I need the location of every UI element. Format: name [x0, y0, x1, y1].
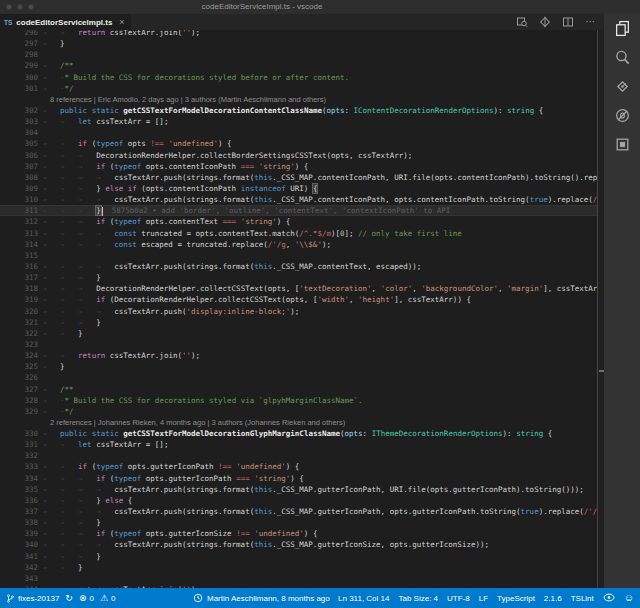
sync-button[interactable]: ↻ — [65, 594, 73, 603]
editor-scrollbar[interactable] — [597, 30, 604, 588]
code-row[interactable]: 336→→→} else { — [0, 495, 597, 506]
sidebar-item-extensions[interactable] — [604, 130, 640, 159]
code-row[interactable]: 335→→→→cssTextArr.push(strings.format(th… — [0, 484, 597, 495]
eol-button[interactable]: LF — [479, 594, 488, 603]
code-text: →→if (typeof opts.gutterIconPath !== 'un… — [42, 461, 299, 472]
code-row[interactable]: 341→→→} — [0, 551, 597, 562]
sidebar-item-explorer[interactable] — [604, 14, 640, 43]
code-row[interactable]: 326 — [0, 372, 597, 383]
typescript-version-button[interactable]: 2.1.6 — [544, 594, 562, 603]
code-row[interactable]: 305→→if (typeof opts !== 'undefined') { — [0, 138, 597, 149]
code-row[interactable]: 325→} — [0, 361, 597, 372]
code-row[interactable]: 316→→→→cssTextArr.push(strings.format(th… — [0, 261, 597, 272]
code-row[interactable]: 297→} — [0, 38, 597, 49]
code-text: →→} — [42, 328, 83, 339]
whitespace-tab-arrow: → — [78, 194, 96, 205]
code-row[interactable]: 308→→→→cssTextArr.push(strings.format(th… — [0, 172, 597, 183]
code-row[interactable]: 302→public static getCSSTextForModelDeco… — [0, 105, 597, 116]
code-row[interactable]: 296→→return cssTextArr.join(''); — [0, 30, 597, 38]
code-row[interactable]: 319→→→if (DecorationRenderHelper.collect… — [0, 294, 597, 305]
code-row[interactable]: 337→→→→cssTextArr.push(strings.format(th… — [0, 506, 597, 517]
code-row[interactable]: 331→→let cssTextArr = []; — [0, 439, 597, 450]
tslint-button[interactable]: TSLint — [571, 594, 594, 603]
code-row[interactable]: 330→public static getCSSTextForModelDeco… — [0, 428, 597, 439]
code-row[interactable]: 329→·*/ — [0, 406, 597, 417]
language-mode-button[interactable]: TypeScript — [497, 594, 535, 603]
code-row[interactable]: 310→→→→cssTextArr.push(strings.format(th… — [0, 194, 597, 205]
code-row[interactable]: 307→→→if (typeof opts.contentIconPath ==… — [0, 161, 597, 172]
code-row[interactable]: 317→→→} — [0, 272, 597, 283]
code-row[interactable]: 315 — [0, 250, 597, 261]
code-row[interactable]: 324→→return cssTextArr.join(''); — [0, 350, 597, 361]
code-row[interactable]: 314→→→→const escaped = truncated.replace… — [0, 239, 597, 250]
code-row[interactable]: 332 — [0, 450, 597, 461]
code-row[interactable]: 304 — [0, 127, 597, 138]
whitespace-tab-arrow: → — [60, 294, 78, 305]
tab-size-button[interactable]: Tab Size: 4 — [398, 594, 438, 603]
whitespace-tab-arrow: → — [42, 228, 60, 239]
code-row[interactable]: 338→→→} — [0, 517, 597, 528]
code-row[interactable]: 327→/** — [0, 384, 597, 395]
code-row[interactable]: 313→→→→const truncated = opts.contentTex… — [0, 228, 597, 239]
whitespace-tab-arrow: → — [78, 517, 96, 528]
code-row[interactable]: 339→→→if (typeof opts.gutterIconSize !==… — [0, 528, 597, 539]
code-row[interactable]: 299→/** — [0, 60, 597, 71]
whitespace-tab-arrow: → — [42, 350, 60, 361]
code-row[interactable]: 318→→→DecorationRenderHelper.collectCSST… — [0, 283, 597, 294]
codelens-row[interactable]: 8 references | Eric Amodio, 2 days ago |… — [0, 94, 597, 105]
errors-button[interactable]: ⊗ 0 — [79, 594, 94, 603]
encoding-button[interactable]: UTF-8 — [447, 594, 470, 603]
code-row[interactable]: 321→→→} — [0, 317, 597, 328]
sidebar-item-debug[interactable] — [604, 101, 640, 130]
whitespace-tab-arrow: → — [96, 261, 114, 272]
whitespace-tab-arrow: → — [60, 439, 78, 450]
tab-bar: TS codeEditorServiceImpl.ts × ⋯ — [0, 14, 604, 30]
code-row[interactable]: 309→→→} else if (opts.contentIconPath in… — [0, 183, 597, 194]
code-row[interactable]: 298 — [0, 49, 597, 60]
close-tab-icon[interactable]: × — [119, 18, 124, 27]
line-number: 327 — [0, 384, 38, 395]
feedback-smiley-button[interactable]: ☺ — [624, 593, 634, 603]
code-row[interactable]: 334→→→if (typeof opts.gutterIconPath ===… — [0, 473, 597, 484]
code-row[interactable]: 300→·* Build the CSS for decorations sty… — [0, 72, 597, 83]
code-row[interactable]: 340→→→→cssTextArr.push(strings.format(th… — [0, 539, 597, 550]
code-row[interactable]: 303→→let cssTextArr = []; — [0, 116, 597, 127]
whitespace-tab-arrow: → — [42, 83, 60, 94]
whitespace-tab-arrow: → — [42, 205, 60, 216]
whitespace-tab-arrow: → — [60, 484, 78, 495]
whitespace-tab-arrow: → — [42, 562, 60, 573]
whitespace-tab-arrow: → — [60, 161, 78, 172]
code-row[interactable]: 328→·* Build the CSS for decorations sty… — [0, 395, 597, 406]
code-row[interactable]: 323 — [0, 339, 597, 350]
git-branch-button[interactable]: fixes-20137 — [6, 593, 59, 604]
split-editor-button[interactable] — [561, 15, 575, 29]
sidebar-item-search[interactable] — [604, 43, 640, 72]
code-row[interactable]: 343 — [0, 573, 597, 584]
line-number: 319 — [0, 294, 38, 305]
line-number: 324 — [0, 350, 38, 361]
open-preview-button[interactable] — [515, 15, 529, 29]
gitlens-blame-status[interactable]: Martin Aeschlimann, 8 months ago — [193, 593, 330, 603]
warnings-button[interactable]: ⚠ 0 — [100, 594, 116, 603]
code-row[interactable]: 320→→→→cssTextArr.push('display:inline-b… — [0, 306, 597, 317]
tab-code-editor-service-impl[interactable]: TS codeEditorServiceImpl.ts × — [0, 14, 131, 30]
more-actions-button[interactable]: ⋯ — [584, 15, 598, 29]
tab-label: codeEditorServiceImpl.ts — [16, 18, 112, 27]
cursor-position-button[interactable]: Ln 311, Col 14 — [338, 594, 389, 603]
open-changes-button[interactable] — [538, 15, 552, 29]
watch-button[interactable] — [603, 593, 615, 604]
code-editor[interactable]: 296→→return cssTextArr.join('');297→}298… — [0, 30, 597, 588]
code-row[interactable]: 301→·*/ — [0, 83, 597, 94]
code-lines[interactable]: 296→→return cssTextArr.join('');297→}298… — [0, 30, 597, 588]
code-row[interactable]: 312→→→if (typeof opts.contentText === 's… — [0, 216, 597, 227]
code-row[interactable]: 342→→} — [0, 562, 597, 573]
whitespace-tab-arrow: → — [42, 406, 60, 417]
code-row[interactable]: 306→→→DecorationRenderHelper.collectBord… — [0, 150, 597, 161]
codelens-row[interactable]: 2 references | Johannes Rieken, 4 months… — [0, 417, 597, 428]
code-row[interactable]: 311→→→} 5875b0a2 • add 'border', 'outlin… — [0, 205, 597, 216]
code-row[interactable]: 322→→} — [0, 328, 597, 339]
whitespace-tab-arrow: → — [42, 484, 60, 495]
git-compare-icon — [539, 16, 551, 28]
sidebar-item-source-control[interactable] — [604, 72, 640, 101]
code-row[interactable]: 333→→if (typeof opts.gutterIconPath !== … — [0, 461, 597, 472]
